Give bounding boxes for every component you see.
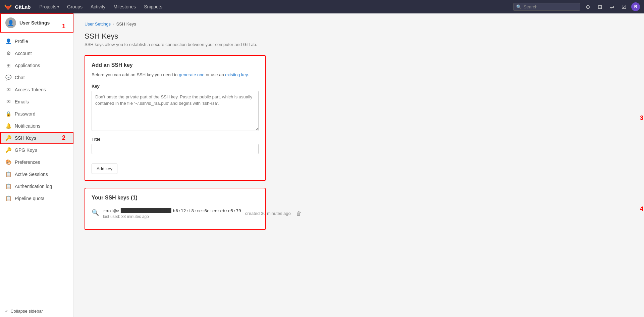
delete-ssh-key-button[interactable]: 🗑 <box>295 209 303 218</box>
todos-icon[interactable]: ☑ <box>619 2 629 11</box>
sidebar-header: 👤 User Settings <box>0 13 73 33</box>
add-key-button[interactable]: Add key <box>92 164 117 174</box>
annotation-3: 3 <box>640 115 643 122</box>
nav-snippets[interactable]: Snippets <box>141 3 165 11</box>
key-field-group: Key <box>92 84 259 132</box>
user-icon: 👤 <box>5 38 11 44</box>
nav-activity[interactable]: Activity <box>87 3 109 11</box>
page-title: SSH Keys <box>85 32 633 41</box>
pipeline-icon: 📋 <box>5 195 11 201</box>
access-tokens-icon: ✉ <box>5 87 11 93</box>
user-avatar[interactable]: R <box>631 2 640 11</box>
sidebar-item-access-tokens[interactable]: ✉ Access Tokens <box>0 84 73 96</box>
sidebar-user-avatar: 👤 <box>5 17 16 28</box>
your-ssh-keys-box: Your SSH keys (1) 🔍 root@w██████████████… <box>85 188 266 230</box>
sidebar-item-preferences[interactable]: 🎨 Preferences <box>0 156 73 168</box>
sidebar-item-active-sessions[interactable]: 📋 Active Sessions <box>0 168 73 180</box>
sidebar-item-ssh-keys[interactable]: 🔑 SSH Keys <box>0 132 73 144</box>
new-item-button[interactable]: ⊕ <box>583 2 592 11</box>
brand-logo[interactable]: GitLab <box>4 3 31 11</box>
ssh-key-last-used: last used: 33 minutes ago <box>103 214 241 219</box>
annotation-4: 4 <box>640 205 643 212</box>
add-ssh-key-box: Add an SSH key Before you can add an SSH… <box>85 55 266 181</box>
page-description: SSH keys allow you to establish a secure… <box>85 42 633 47</box>
ssh-key-icon: 🔑 <box>5 135 11 141</box>
page-layout: 👤 User Settings 👤 Profile ⚙ Account ⊞ Ap… <box>0 13 644 317</box>
merge-requests-icon[interactable]: ⇌ <box>607 2 616 11</box>
generate-one-link[interactable]: generate one <box>179 72 205 77</box>
chevron-down-icon: ▾ <box>57 5 59 9</box>
search-input[interactable] <box>524 4 577 9</box>
search-icon: 🔍 <box>516 4 522 9</box>
ssh-fingerprint-blurred: ████████████████████████ <box>121 208 171 213</box>
emails-icon: ✉ <box>5 99 11 105</box>
chat-icon: 💬 <box>5 75 11 81</box>
breadcrumb: User Settings › SSH Keys <box>85 21 633 27</box>
sidebar-item-gpg-keys[interactable]: 🔑 GPG Keys <box>0 144 73 156</box>
sidebar-title: User Settings <box>19 20 50 26</box>
ssh-key-fingerprint: root@w████████████████████████b6:12:f8:c… <box>103 208 241 213</box>
layout-icon[interactable]: ⊞ <box>595 2 604 11</box>
add-key-box-title: Add an SSH key <box>92 62 259 68</box>
sidebar: 👤 User Settings 👤 Profile ⚙ Account ⊞ Ap… <box>0 13 74 317</box>
breadcrumb-parent-link[interactable]: User Settings <box>85 21 111 27</box>
your-keys-section: Your SSH keys (1) 🔍 root@w██████████████… <box>85 188 633 230</box>
collapse-icon: « <box>5 309 8 314</box>
breadcrumb-separator: › <box>113 21 114 27</box>
add-key-intro: Before you can add an SSH key you need t… <box>92 72 259 78</box>
ssh-fingerprint-icon: 🔍 <box>92 209 99 216</box>
sidebar-nav: 👤 Profile ⚙ Account ⊞ Applications 💬 Cha… <box>0 33 73 305</box>
ssh-key-details: root@w████████████████████████b6:12:f8:c… <box>103 208 241 219</box>
nav-milestones[interactable]: Milestones <box>110 3 139 11</box>
title-input[interactable] <box>92 144 259 154</box>
sidebar-item-password[interactable]: 🔒 Password <box>0 108 73 120</box>
user-icon: 👤 <box>7 20 14 26</box>
breadcrumb-current: SSH Keys <box>116 21 136 27</box>
title-label: Title <box>92 137 259 142</box>
topnav-right: 🔍 ⊕ ⊞ ⇌ ☑ R <box>513 2 640 11</box>
add-key-section: Add an SSH key Before you can add an SSH… <box>85 55 633 181</box>
gpg-key-icon: 🔑 <box>5 147 11 153</box>
brand-name: GitLab <box>15 4 31 10</box>
sidebar-item-applications[interactable]: ⊞ Applications <box>0 59 73 72</box>
search-box[interactable]: 🔍 <box>513 3 580 11</box>
sidebar-item-notifications[interactable]: 🔔 Notifications <box>0 120 73 132</box>
ssh-key-item: 🔍 root@w████████████████████████b6:12:f8… <box>92 204 259 223</box>
sidebar-item-chat[interactable]: 💬 Chat <box>0 72 73 84</box>
main-content: 1 2 User Settings › SSH Keys SSH Keys SS… <box>74 13 644 317</box>
sidebar-item-authentication-log[interactable]: 📋 Authentication log <box>0 180 73 192</box>
existing-key-link[interactable]: existing key <box>225 72 248 77</box>
key-label: Key <box>92 84 259 89</box>
sessions-icon: 📋 <box>5 171 11 177</box>
auth-log-icon: 📋 <box>5 183 11 189</box>
title-field-group: Title <box>92 137 259 159</box>
preferences-icon: 🎨 <box>5 159 11 165</box>
nav-projects[interactable]: Projects ▾ <box>36 3 63 11</box>
your-keys-title: Your SSH keys (1) <box>92 195 259 201</box>
sidebar-item-emails[interactable]: ✉ Emails <box>0 96 73 108</box>
password-icon: 🔒 <box>5 111 11 117</box>
collapse-sidebar-button[interactable]: « Collapse sidebar <box>0 305 73 317</box>
sidebar-item-profile[interactable]: 👤 Profile <box>0 35 73 47</box>
nav-groups[interactable]: Groups <box>64 3 86 11</box>
sidebar-item-account[interactable]: ⚙ Account <box>0 47 73 59</box>
account-icon: ⚙ <box>5 50 11 56</box>
sidebar-item-pipeline-quota[interactable]: 📋 Pipeline quota <box>0 192 73 205</box>
notifications-icon: 🔔 <box>5 123 11 129</box>
topnav: GitLab Projects ▾ Groups Activity Milest… <box>0 0 644 13</box>
nav-links: Projects ▾ Groups Activity Milestones Sn… <box>36 3 514 11</box>
key-textarea[interactable] <box>92 91 259 131</box>
applications-icon: ⊞ <box>5 62 11 69</box>
ssh-key-created: created 36 minutes ago <box>245 211 291 216</box>
